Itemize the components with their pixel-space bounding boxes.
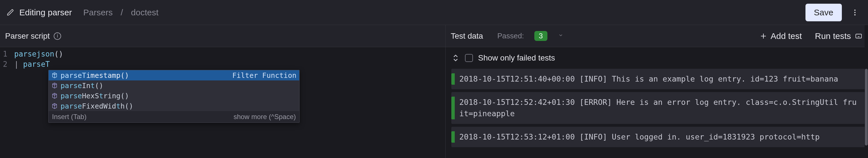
test-row[interactable]: 2018-10-15T12:51:40+00:00 [INFO] This is…: [451, 69, 867, 89]
autocomplete-popup: parseTimestamp() Filter Function parseIn…: [48, 70, 300, 123]
breadcrumb: Parsers / doctest: [83, 8, 158, 17]
autocomplete-item[interactable]: parseTimestamp() Filter Function: [49, 70, 299, 81]
parser-script-panel: Parser script i 1 parsejson() 2 | parseT…: [0, 25, 446, 158]
svg-rect-3: [856, 34, 862, 38]
page-title: Editing parser: [19, 8, 72, 17]
passed-count-badge: 3: [534, 31, 548, 41]
autocomplete-label: parseTimestamp(): [61, 71, 129, 80]
parser-script-label: Parser script: [5, 32, 50, 41]
autocomplete-label: parseHexString(): [61, 92, 129, 100]
edit-icon: [7, 9, 14, 16]
test-row[interactable]: 2018-10-15T12:53:12+01:00 [INFO] User lo…: [451, 127, 867, 147]
test-data-label: Test data: [451, 32, 483, 41]
top-bar: Editing parser Parsers / doctest Save: [0, 0, 868, 25]
autocomplete-item[interactable]: parseFixedWidth(): [49, 101, 299, 111]
test-list: 2018-10-15T12:51:40+00:00 [INFO] This is…: [446, 69, 868, 158]
add-test-button[interactable]: Add test: [760, 31, 802, 41]
test-text: 2018-10-15T12:51:40+00:00 [INFO] This is…: [459, 73, 861, 85]
line-number: 2: [0, 59, 10, 69]
autocomplete-item[interactable]: parseInt(): [49, 81, 299, 91]
code-editor[interactable]: 1 parsejson() 2 | parseT parseTimestamp(…: [0, 47, 445, 158]
svg-point-1: [855, 12, 856, 13]
status-bar-pass: [451, 97, 455, 119]
chevron-down-icon[interactable]: [558, 33, 563, 39]
expand-collapse-icon[interactable]: [451, 54, 460, 62]
test-data-header: Test data Passed: 3 Add test Run tests: [446, 25, 868, 47]
test-row[interactable]: 2018-10-15T12:52:42+01:30 [ERROR] Here i…: [451, 92, 867, 124]
cube-icon: [52, 103, 58, 109]
parser-script-header: Parser script i: [0, 25, 445, 47]
test-text: 2018-10-15T12:52:42+01:30 [ERROR] Here i…: [459, 97, 861, 119]
info-icon[interactable]: i: [54, 32, 61, 40]
breadcrumb-sep: /: [121, 8, 123, 17]
code-content: parsejson(): [10, 49, 63, 59]
run-tests-label: Run tests: [815, 31, 851, 41]
save-button[interactable]: Save: [805, 4, 842, 21]
code-line: 1 parsejson(): [0, 49, 445, 59]
status-bar-pass: [451, 131, 455, 143]
cube-icon: [52, 83, 58, 89]
autocomplete-label: parseFixedWidth(): [61, 102, 133, 110]
breadcrumb-section[interactable]: Parsers: [83, 8, 113, 17]
code-line: 2 | parseT: [0, 59, 445, 69]
status-bar-pass: [451, 73, 455, 85]
svg-point-2: [855, 14, 856, 15]
test-text: 2018-10-15T12:53:12+01:00 [INFO] User lo…: [459, 131, 861, 143]
scrollbar-thumb[interactable]: [865, 69, 868, 146]
keyboard-icon: [855, 33, 863, 39]
add-test-label: Add test: [771, 31, 802, 41]
code-content: | parseT: [10, 59, 50, 69]
plus-icon: [760, 32, 767, 40]
tests-toolbar: Show only failed tests: [446, 47, 868, 69]
show-failed-label: Show only failed tests: [478, 54, 555, 63]
autocomplete-footer: Insert (Tab) show more (^Space): [49, 111, 299, 123]
run-tests-button[interactable]: Run tests: [815, 31, 863, 41]
breadcrumb-item[interactable]: doctest: [131, 8, 159, 17]
autocomplete-item[interactable]: parseHexString(): [49, 91, 299, 101]
svg-point-0: [855, 9, 856, 11]
line-number: 1: [0, 49, 10, 59]
cube-icon: [52, 72, 58, 78]
insert-hint: Insert (Tab): [52, 113, 86, 121]
passed-label: Passed:: [497, 32, 524, 40]
show-failed-checkbox[interactable]: [465, 54, 473, 62]
scrollbar[interactable]: [865, 25, 868, 158]
autocomplete-label: parseInt(): [61, 82, 103, 90]
test-data-panel: Test data Passed: 3 Add test Run tests: [446, 25, 868, 158]
cube-icon: [52, 93, 58, 99]
show-more-hint[interactable]: show more (^Space): [234, 113, 296, 121]
more-menu-button[interactable]: [849, 6, 861, 19]
autocomplete-hint: Filter Function: [221, 71, 297, 80]
